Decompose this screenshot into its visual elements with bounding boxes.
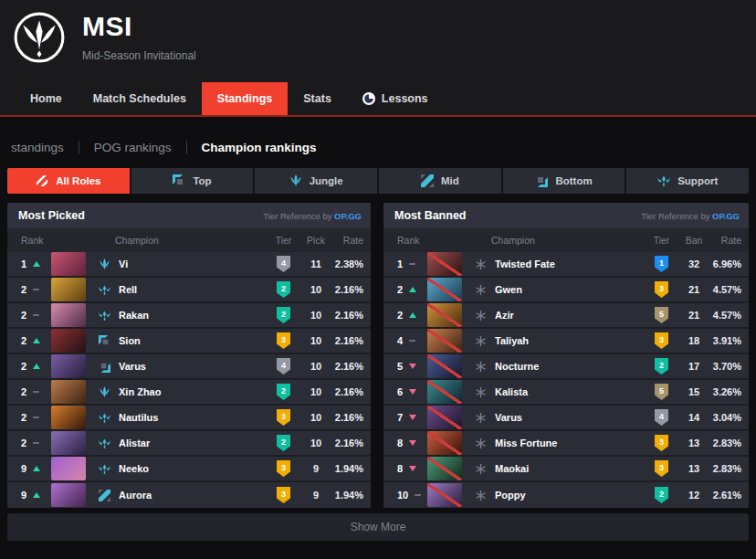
opgg-link[interactable]: OP.GG [334, 211, 362, 221]
role-icon [469, 463, 491, 475]
role-tab-jungle[interactable]: Jungle [255, 168, 379, 194]
table-row[interactable]: 9 Neeko 3 9 1.94% [7, 457, 371, 482]
table-row[interactable]: 2 Rakan 2 10 2.16% [7, 303, 371, 329]
rate-value: 2.83% [710, 438, 749, 448]
rank-change-icon [33, 466, 40, 471]
tier-badge: 2 [277, 384, 290, 400]
rank-change-icon [33, 364, 40, 369]
rank-change-icon [33, 289, 39, 290]
jungle-icon [289, 174, 302, 187]
role-tab-all-roles[interactable]: All Roles [7, 168, 131, 194]
champion-name: Varus [491, 412, 646, 423]
table-row[interactable]: 2 Alistar 2 10 2.16% [7, 431, 371, 457]
table-row[interactable]: 1 Twisted Fate 1 32 6.96% [383, 252, 749, 278]
top-icon [173, 174, 185, 187]
role-tab-top[interactable]: Top [131, 168, 256, 194]
count-value: 9 [299, 490, 332, 501]
role-icon [93, 258, 115, 270]
role-icon [469, 284, 491, 296]
most-banned-column-header: Rank Champion Tier Ban Rate [383, 228, 749, 252]
table-row[interactable]: 1 Vi 4 11 2.38% [7, 252, 371, 278]
nav-item-lessons[interactable]: Lessons [347, 82, 444, 115]
table-row[interactable]: 2 Azir 5 21 4.57% [383, 303, 749, 329]
champion-thumbnail [427, 483, 462, 507]
opgg-link[interactable]: OP.GG [712, 211, 740, 221]
role-icon [469, 361, 491, 373]
tier-badge: 2 [277, 281, 290, 298]
ban-slash-icon [427, 431, 462, 455]
rate-value: 1.94% [332, 490, 371, 501]
champion-name: Poppy [491, 490, 646, 501]
table-row[interactable]: 5 Nocturne 2 17 3.70% [383, 354, 749, 380]
count-value: 17 [677, 361, 710, 372]
show-more-button[interactable]: Show More [7, 513, 749, 541]
nav-item-standings[interactable]: Standings [202, 82, 288, 115]
count-value: 21 [677, 284, 710, 295]
count-value: 10 [299, 438, 332, 448]
count-value: 10 [299, 361, 332, 372]
subnav-item-standings[interactable]: standings [7, 141, 68, 154]
rank-change-icon [415, 494, 421, 496]
rate-value: 2.16% [332, 284, 371, 295]
table-row[interactable]: 2 Nautilus 3 10 2.16% [7, 406, 371, 431]
all-roles-icon [36, 174, 48, 187]
rank-number: 2 [21, 438, 26, 448]
table-row[interactable]: 4 Taliyah 3 18 3.91% [383, 329, 749, 354]
nav-item-stats[interactable]: Stats [288, 82, 347, 115]
rank-number: 2 [21, 310, 26, 321]
table-row[interactable]: 10 Poppy 2 12 2.61% [383, 482, 749, 508]
table-row[interactable]: 2 Sion 3 10 2.16% [7, 329, 371, 354]
champion-thumbnail [427, 329, 462, 353]
rank-change-icon [409, 440, 416, 446]
role-icon [469, 490, 491, 501]
table-row[interactable]: 2 Xin Zhao 2 10 2.16% [7, 380, 371, 406]
rank-number: 9 [21, 490, 26, 501]
subnav-item-champion-rankings[interactable]: Champion rankings [198, 141, 320, 154]
role-tab-bottom[interactable]: Bottom [503, 168, 627, 194]
support-icon [657, 174, 670, 187]
count-value: 10 [299, 335, 332, 346]
count-value: 10 [299, 386, 332, 397]
rate-value: 2.61% [710, 490, 749, 501]
table-row[interactable]: 8 Maokai 3 13 2.83% [383, 457, 749, 482]
rate-value: 1.94% [332, 463, 371, 474]
role-tab-support[interactable]: Support [626, 168, 749, 194]
count-value: 15 [677, 386, 710, 397]
table-row[interactable]: 6 Kalista 5 15 3.26% [383, 380, 749, 406]
rate-value: 4.57% [710, 284, 749, 295]
rank-number: 2 [397, 310, 403, 321]
rank-change-icon [33, 391, 39, 393]
role-tab-mid[interactable]: Mid [379, 168, 503, 194]
role-icon [93, 463, 115, 475]
role-icon [469, 335, 491, 347]
rank-number: 9 [21, 463, 26, 474]
sub-nav: standings POG rankings Champion rankings [7, 141, 749, 154]
divider [186, 141, 187, 154]
table-row[interactable]: 2 Gwen 3 21 4.57% [383, 278, 749, 303]
count-value: 10 [299, 284, 332, 295]
rank-change-icon [33, 314, 39, 316]
table-row[interactable]: 2 Rell 2 10 2.16% [7, 278, 371, 303]
table-row[interactable]: 7 Varus 4 14 3.04% [383, 406, 749, 431]
role-icon [469, 258, 491, 270]
champion-thumbnail [427, 278, 462, 301]
champion-name: Azir [491, 310, 646, 321]
nav-item-home[interactable]: Home [15, 82, 78, 115]
champion-name: Vi [115, 258, 268, 269]
tier-badge: 5 [655, 384, 668, 400]
rank-number: 7 [397, 412, 403, 423]
subnav-item-pog-rankings[interactable]: POG rankings [90, 141, 175, 154]
champion-thumbnail [51, 354, 86, 378]
table-row[interactable]: 9 Aurora 3 9 1.94% [7, 482, 371, 508]
nav-item-match-schedules[interactable]: Match Schedules [78, 82, 202, 115]
tier-badge: 3 [655, 281, 668, 298]
champion-thumbnail [51, 457, 86, 480]
rank-number: 2 [21, 361, 26, 372]
role-icon [469, 412, 491, 424]
table-row[interactable]: 2 Varus 4 10 2.16% [7, 354, 371, 380]
page-subtitle: Mid-Season Invitational [82, 49, 196, 62]
table-row[interactable]: 8 Miss Fortune 3 13 2.83% [383, 431, 749, 457]
champion-name: Twisted Fate [491, 258, 646, 269]
count-value: 11 [299, 258, 332, 269]
rate-value: 2.38% [332, 258, 371, 269]
